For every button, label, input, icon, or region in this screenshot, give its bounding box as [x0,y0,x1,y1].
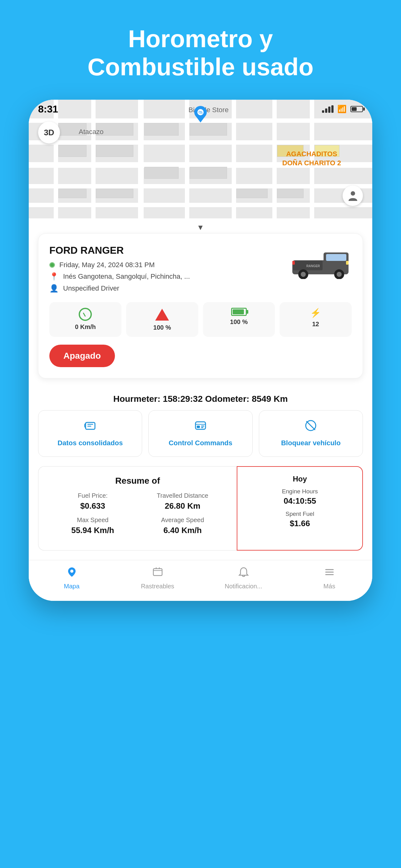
mapa-label: Mapa [64,583,79,590]
phone-frame: Bicycle Store Atacazo 8:31 📶 [29,100,372,601]
signal-stat: ⚡ 12 [279,302,352,337]
location-icon: 📍 [49,272,59,281]
svg-point-4 [351,191,355,195]
svg-rect-13 [346,261,348,265]
speed-value: 0 Km/h [75,323,96,331]
bloquear-icon [304,419,317,434]
signal-icon [322,105,334,113]
max-speed-item: Max Speed 55.94 Km/h [48,517,138,535]
nav-rastreables[interactable]: Rastreables [114,566,201,590]
resume-main: Resume of Fuel Price: $0.633 Travelled D… [38,466,237,551]
hourmeter-line: Hourmeter: 158:29:32 Odometer: 8549 Km [29,388,372,410]
fuel-price-item: Fuel Price: $0.633 [48,492,138,511]
status-icons: 📶 [322,105,363,114]
mas-icon [324,566,335,580]
control-icon [194,419,207,434]
rastreables-label: Rastreables [141,583,174,590]
svg-rect-21 [201,427,203,428]
svg-marker-1 [196,116,205,122]
fuel-icon [155,308,169,321]
control-commands-card[interactable]: Control Commands [148,410,252,457]
driver-icon: 👤 [49,284,59,293]
3d-button[interactable]: 3D [38,122,60,144]
notificaciones-icon [238,566,249,580]
svg-rect-20 [201,426,204,427]
vehicle-name: FORD RANGER [49,245,289,256]
map-nav-button[interactable] [343,186,363,206]
datos-icon [84,419,97,434]
svg-point-24 [70,569,73,573]
svg-text:🛍: 🛍 [198,110,203,115]
map-pin: 🛍 [193,105,208,125]
lightning-icon: ⚡ [310,308,321,318]
gauge-icon [79,308,92,321]
action-cards: Datos consolidados Control Commands [29,410,372,466]
hero-title: Horometro y Combustible usado [63,0,338,100]
svg-line-23 [306,421,315,430]
control-label: Control Commands [169,439,232,448]
status-dot [49,262,55,268]
bloquear-card[interactable]: Bloquear vehículo [259,410,363,457]
svg-rect-19 [197,426,200,428]
resume-section: Resume of Fuel Price: $0.633 Travelled D… [29,466,372,560]
bottom-nav: Mapa Rastreables Notificacion... [29,560,372,601]
rastreables-icon [152,566,163,580]
vehicle-image: RANGER [289,245,352,280]
status-time: 8:31 [38,103,58,115]
battery-stat-icon [231,308,247,316]
nav-mapa[interactable]: Mapa [29,566,114,590]
svg-rect-17 [196,422,205,429]
bloquear-label: Bloquear vehículo [281,439,341,448]
nav-mas[interactable]: Más [287,566,372,590]
map-label: AGACHADITOS DOÑA CHARITO 2 [282,150,341,167]
vehicle-location: Inés Gangotena, Sangolquí, Pichincha, ..… [63,273,190,281]
speed-stat: 0 Km/h [49,302,122,337]
vehicle-driver: Unspecified Driver [63,284,119,292]
apagado-button[interactable]: Apagado [49,345,115,367]
svg-text:RANGER: RANGER [306,264,320,268]
stats-row: 0 Km/h 100 % 100 % ⚡ 12 [49,302,352,337]
signal-value: 12 [312,320,319,328]
wifi-icon: 📶 [337,105,347,114]
vehicle-datetime: Friday, May 24, 2024 08:31 PM [59,261,155,269]
resume-hoy: Hoy Engine Hours 04:10:55 Spent Fuel $1.… [237,466,363,551]
nav-notificaciones[interactable]: Notificacion... [201,566,287,590]
svg-rect-7 [326,254,346,261]
datos-label: Datos consolidados [58,439,123,448]
fuel-stat: 100 % [126,302,198,337]
map-atacazo-label: Atacazo [79,128,104,136]
mas-label: Más [324,583,335,590]
svg-rect-14 [292,261,295,265]
svg-rect-25 [153,569,162,576]
battery-icon [350,106,363,112]
mapa-icon [66,566,77,580]
avg-speed-item: Average Speed 6.40 Km/h [138,517,228,535]
dropdown-arrow[interactable]: ▼ [29,218,372,234]
map-area[interactable]: Bicycle Store Atacazo 8:31 📶 [29,100,372,218]
fuel-value: 100 % [153,324,171,331]
notificaciones-label: Notificacion... [225,583,262,590]
distance-item: Travelled Distance 26.80 Km [138,492,228,511]
battery-stat: 100 % [203,302,275,337]
battery-value: 100 % [230,318,248,326]
datos-consolidados-card[interactable]: Datos consolidados [38,410,142,457]
svg-point-12 [337,272,342,277]
vehicle-card: FORD RANGER Friday, May 24, 2024 08:31 P… [38,234,363,378]
resume-title: Resume of [48,476,227,486]
svg-point-10 [301,272,306,277]
